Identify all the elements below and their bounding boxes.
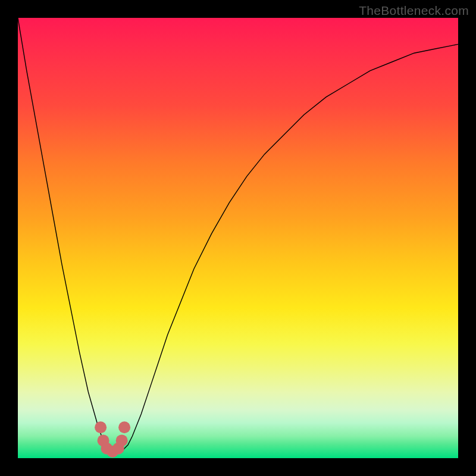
- marker-dot: [118, 421, 130, 433]
- chart-container: TheBottleneck.com: [0, 0, 476, 476]
- marker-dot: [116, 434, 128, 446]
- plot-svg: [18, 18, 458, 458]
- optimal-range-markers: [95, 421, 130, 458]
- marker-dot: [95, 421, 107, 433]
- bottleneck-curve: [18, 18, 458, 452]
- watermark-text: TheBottleneck.com: [359, 4, 469, 18]
